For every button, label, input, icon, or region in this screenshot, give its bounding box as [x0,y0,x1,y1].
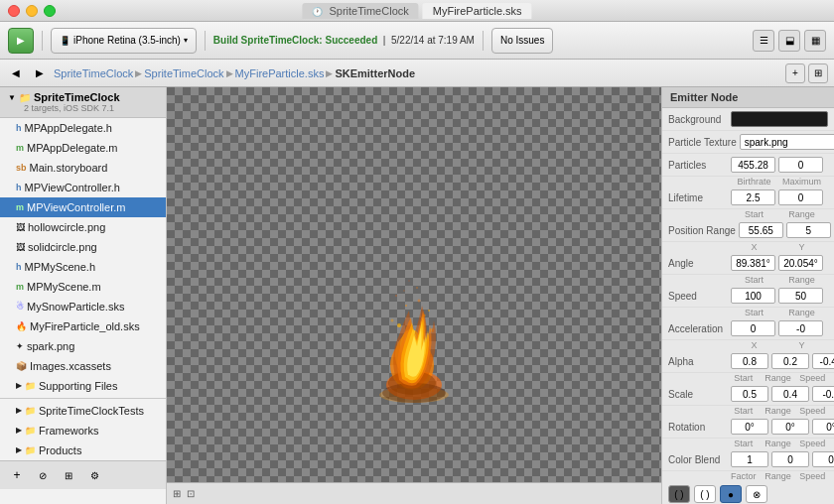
sidebar-item-mpmyscene-m[interactable]: m MPMyScene.m [0,277,166,297]
accel-y-input[interactable]: -0 [778,320,823,336]
sidebar-item-myfireparticle-old[interactable]: 🔥 MyFireParticle_old.sks [0,316,166,336]
forward-button[interactable]: ▶ [30,63,50,83]
scale-speed-input[interactable]: -0.5 [812,386,834,402]
color-btn-4[interactable]: ⊗ [746,485,767,503]
color-speed-input[interactable]: 0 [812,451,834,467]
sidebar-item-mysnowparticle[interactable]: ☃ MySnowParticle.sks [0,297,166,316]
sidebar-item-products[interactable]: ▶ 📁 Products [0,441,166,460]
position-y-input[interactable]: 5 [786,222,831,238]
scale-range-input[interactable]: 0.4 [771,386,809,402]
editor-options[interactable]: ⊞ [808,63,828,83]
toolbar-divider-2 [205,31,206,51]
sidebar-item-spark[interactable]: ✦ spark.png [0,336,166,356]
canvas-fit-icon[interactable]: ⊡ [187,488,195,499]
debug-toggle[interactable]: ⬓ [778,30,800,52]
speed-row: Speed 100 50 [662,285,834,308]
project-subtitle: 2 targets, iOS SDK 7.1 [8,103,158,113]
sidebar-item-supporting-files[interactable]: ▶ 📁 Supporting Files [0,376,166,396]
alpha-start-input[interactable]: 0.8 [731,353,768,369]
angle-range-input[interactable]: 20.054° [778,255,823,271]
color-factor-label: Factor [728,471,760,481]
m-icon2: m [16,199,24,215]
color-factor-input[interactable]: 1 [731,451,768,467]
tab-myFireParticle[interactable]: MyFireParticle.sks [423,3,532,19]
sidebar-item-appdelegate-m[interactable]: m MPAppDelegate.m [0,138,166,158]
color-btn-1[interactable]: ( ) [668,485,690,503]
img-icon2: 🖼 [16,239,25,255]
angle-start-input[interactable]: 89.381° [731,255,775,271]
maximum-sublabel: Maximum [779,177,824,187]
expand-button[interactable]: ⊞ [58,464,79,486]
issues-btn[interactable]: No Issues [491,28,553,54]
navigator-toggle[interactable]: ☰ [753,30,774,52]
sidebar-item-mpviewcontroller-h[interactable]: h MPViewController.h [0,178,166,197]
accel-x-label: X [732,340,776,350]
alpha-range-input[interactable]: 0.2 [771,353,809,369]
speed-range-input[interactable]: 50 [778,288,823,304]
toolbar-divider-3 [483,31,484,51]
rotation-start-input[interactable]: 0° [731,419,768,435]
sidebar-item-hollowcircle[interactable]: 🖼 hollowcircle.png [0,217,166,237]
xcassets-icon: 📦 [16,358,27,374]
minimize-button[interactable] [26,5,38,17]
sidebar-item-appdelegate-h[interactable]: h MPAppDelegate.h [0,118,166,138]
breadcrumb-myFireParticle[interactable]: MyFireParticle.sks [235,67,325,79]
filter-button[interactable]: ⊘ [32,464,54,486]
accel-x-input[interactable]: 0 [731,320,775,336]
sidebar-item-spritetimeclocktests[interactable]: ▶ 📁 SpriteTimeClockTests [0,401,166,421]
speed-range-label: Range [779,308,824,317]
breadcrumb-skemitter[interactable]: SKEmitterNode [335,67,415,79]
project-icon: 📁 [19,92,31,103]
rotation-speed-input[interactable]: 0° [812,419,834,435]
angle-row: Angle 89.381° 20.054° [662,252,834,275]
sidebar-item-mpmyscene-h[interactable]: h MPMyScene.h [0,257,166,277]
settings-button[interactable]: ⚙ [83,464,105,486]
breadcrumb-spritetimeclock[interactable]: SpriteTimeClock [54,67,133,79]
alpha-speed-input[interactable]: -0.45 [812,353,834,369]
sks-icon: ☃ [16,299,24,315]
speed-label: Speed [668,291,728,302]
texture-input[interactable]: spark.png [740,134,834,150]
lifetime-range-input[interactable]: 0 [778,189,823,205]
speed-start-input[interactable]: 100 [731,288,775,304]
position-x-input[interactable]: 55.65 [739,222,783,238]
tab-spritetimeclock[interactable]: 🕐 SpriteTimeClock [302,3,418,19]
back-button[interactable]: ◀ [6,63,26,83]
device-selector[interactable]: 📱 iPhone Retina (3.5-inch) ▾ [51,28,197,54]
project-root[interactable]: ▼ 📁 SpriteTimeClock 2 targets, iOS SDK 7… [0,87,166,118]
color-btn-3[interactable]: ● [720,485,742,503]
canvas-zoom-icon[interactable]: ⊞ [173,488,181,499]
toolbar-divider-1 [42,31,43,51]
phone-icon: 📱 [60,36,70,46]
maximum-input[interactable]: 0 [778,157,823,173]
sidebar-item-xcassets[interactable]: 📦 Images.xcassets [0,356,166,376]
inspector-toggle[interactable]: ▦ [804,30,826,52]
sidebar-item-frameworks[interactable]: ▶ 📁 Frameworks [0,421,166,441]
maximize-button[interactable] [44,5,56,17]
m-icon3: m [16,279,24,295]
color-blend-row: Color Blend 1 0 0 [662,448,834,471]
scale-row: Scale 0.5 0.4 -0.5 [662,383,834,406]
lifetime-start-label: Start [732,209,776,219]
add-file-button[interactable]: + [6,464,28,486]
build-status: Build SpriteTimeClock: Succeeded | 5/22/… [213,35,475,46]
color-range-input[interactable]: 0 [771,451,809,467]
sidebar-item-mpviewcontroller-m[interactable]: m MPViewController.m [0,197,166,217]
play-button[interactable]: ▶ [8,28,34,54]
color-speed-label: Speed [796,471,828,481]
sidebar-item-main-storyboard[interactable]: sb Main.storyboard [0,158,166,178]
add-button[interactable]: + [785,63,805,83]
background-color-well[interactable] [731,111,828,127]
folder-triangle3: ▶ [16,423,22,439]
close-button[interactable] [8,5,20,17]
canvas-checkerboard[interactable] [167,87,661,482]
lifetime-start-input[interactable]: 2.5 [731,189,775,205]
breadcrumb-spritetimeclock2[interactable]: SpriteTimeClock [144,67,223,79]
sidebar-item-solidcircle[interactable]: 🖼 solidcircle.png [0,237,166,257]
color-btn-2[interactable]: ( ) [694,485,716,503]
folder-triangle4: ▶ [16,442,22,458]
birthrate-input[interactable]: 455.28 [731,157,775,173]
rotation-range-input[interactable]: 0° [771,419,809,435]
h-icon3: h [16,259,22,275]
scale-start-input[interactable]: 0.5 [731,386,768,402]
